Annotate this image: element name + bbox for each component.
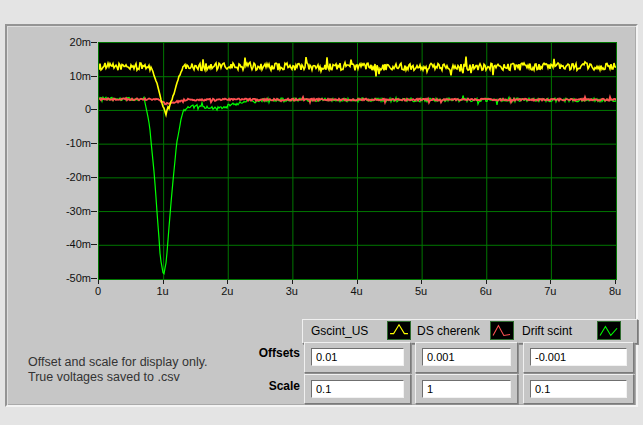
- y-tick-mark: [91, 143, 97, 144]
- y-tick-mark: [91, 109, 97, 110]
- note-text: Offset and scale for display only. True …: [28, 355, 208, 385]
- x-tick-label-6u: 6u: [470, 285, 502, 297]
- legend-icon-ds-cherenk[interactable]: [490, 321, 514, 340]
- note-line-1: Offset and scale for display only.: [28, 355, 208, 370]
- plot-area: [98, 42, 617, 280]
- front-panel: 20m10m0-10m-20m-30m-40m-50m 01u2u3u4u5u6…: [5, 24, 638, 407]
- y-tick-label--30m: -30m: [45, 205, 91, 217]
- x-tick-label-2u: 2u: [211, 285, 243, 297]
- y-tick-mark: [91, 177, 97, 178]
- legend-icon-drift-scint[interactable]: [597, 321, 621, 340]
- x-tick-mark: [357, 280, 358, 284]
- offset-input-gscint-us[interactable]: [311, 348, 404, 366]
- y-tick-label--50m: -50m: [45, 272, 91, 284]
- x-tick-mark: [292, 280, 293, 284]
- legend-entry-drift-scint[interactable]: Drift scint: [516, 320, 637, 343]
- offsets-label: Offsets: [207, 346, 300, 360]
- legend-label: Gscint_US: [311, 320, 368, 343]
- y-tick-label--10m: -10m: [45, 137, 91, 149]
- y-tick-label-0: 0: [45, 103, 91, 115]
- x-tick-label-8u: 8u: [599, 285, 631, 297]
- x-tick-mark: [98, 280, 99, 284]
- scale-input-ds-cherenk[interactable]: [422, 380, 511, 398]
- y-tick-mark: [91, 42, 97, 43]
- app-window: { "chart_data": { "type": "line", "title…: [0, 0, 643, 425]
- legend-label: DS cherenk: [417, 320, 480, 343]
- y-tick-label-10m: 10m: [45, 70, 91, 82]
- x-tick-label-0: 0: [82, 285, 114, 297]
- y-tick-mark: [91, 278, 97, 279]
- y-tick-label--20m: -20m: [45, 171, 91, 183]
- offset-input-drift-scint[interactable]: [530, 348, 627, 366]
- offset-field-box-1: [304, 342, 411, 373]
- offset-input-ds-cherenk[interactable]: [422, 348, 511, 366]
- x-tick-mark: [421, 280, 422, 284]
- note-line-2: True voltages saved to .csv: [28, 370, 208, 385]
- x-tick-mark: [163, 280, 164, 284]
- scale-field-box-2: [415, 374, 518, 404]
- scale-input-gscint-us[interactable]: [311, 380, 404, 398]
- x-tick-mark: [550, 280, 551, 284]
- scale-label: Scale: [207, 379, 300, 393]
- x-tick-label-3u: 3u: [276, 285, 308, 297]
- y-tick-label--40m: -40m: [45, 238, 91, 250]
- plot-canvas: [99, 43, 616, 279]
- x-tick-mark: [486, 280, 487, 284]
- x-tick-mark: [227, 280, 228, 284]
- legend-entry-ds-cherenk[interactable]: DS cherenk: [413, 320, 516, 343]
- offset-field-box-2: [415, 342, 518, 373]
- x-tick-label-1u: 1u: [147, 285, 179, 297]
- x-tick-mark: [615, 280, 616, 284]
- y-tick-mark: [91, 76, 97, 77]
- legend-icon-gscint-us[interactable]: [387, 321, 411, 340]
- legend-entry-gscint-us[interactable]: Gscint_US: [303, 320, 413, 343]
- y-tick-mark: [91, 244, 97, 245]
- x-tick-label-7u: 7u: [534, 285, 566, 297]
- offset-field-box-3: [523, 342, 634, 373]
- legend-label: Drift scint: [522, 320, 572, 343]
- y-tick-mark: [91, 211, 97, 212]
- grid-lines: [99, 43, 616, 279]
- scale-field-box-3: [523, 374, 634, 404]
- x-tick-label-5u: 5u: [405, 285, 437, 297]
- x-tick-label-4u: 4u: [341, 285, 373, 297]
- plot-legend: Gscint_US DS cherenk Drift scint: [302, 319, 638, 344]
- y-tick-label-20m: 20m: [45, 36, 91, 48]
- scale-field-box-1: [304, 374, 411, 404]
- scale-input-drift-scint[interactable]: [530, 380, 627, 398]
